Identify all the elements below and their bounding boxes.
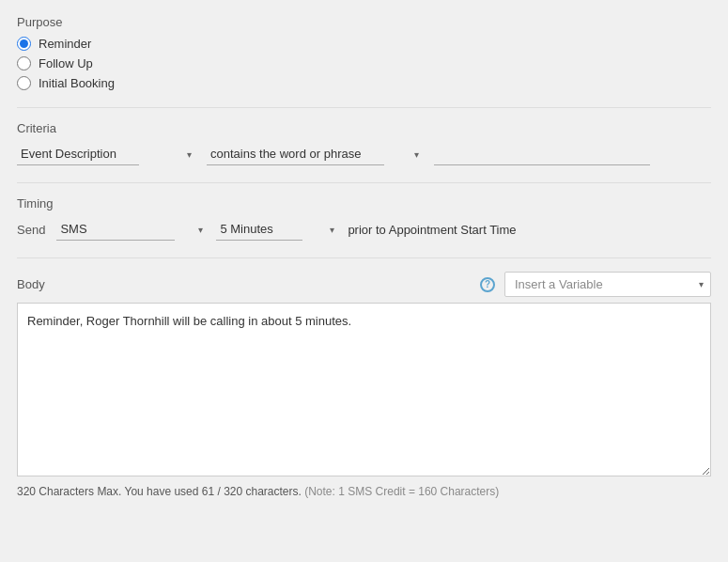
method-dropdown-wrapper: SMS Email Push Notification ▾ [56,218,207,241]
body-textarea[interactable] [17,303,711,476]
body-section: Body ? Insert a Variable Client Name App… [17,272,711,498]
insert-variable-select[interactable]: Insert a Variable Client Name Appointmen… [504,272,711,297]
event-description-dropdown-wrapper: Event Description Event Name Event Type … [17,143,195,165]
radio-followup[interactable] [17,56,31,70]
criteria-row: Event Description Event Name Event Type … [17,143,711,165]
method-chevron-icon: ▾ [198,225,203,235]
char-count-note: (Note: 1 SMS Credit = 160 Characters) [304,485,499,498]
purpose-label: Purpose [17,15,711,29]
timing-section: Timing Send SMS Email Push Notification … [17,196,711,241]
char-count: 320 Characters Max. You have used 61 / 3… [17,485,711,498]
duration-chevron-icon: ▾ [330,225,334,235]
help-icon[interactable]: ? [480,277,495,292]
duration-select[interactable]: 5 Minutes 10 Minutes 15 Minutes 30 Minut… [216,218,302,241]
divider-3 [17,258,711,258]
radio-item-followup[interactable]: Follow Up [17,56,711,70]
event-description-chevron-icon: ▾ [187,149,192,160]
divider-2 [17,182,711,183]
purpose-radio-group: Reminder Follow Up Initial Booking [17,37,711,90]
radio-followup-label: Follow Up [39,56,93,70]
radio-reminder[interactable] [17,37,31,51]
radio-initial-booking[interactable] [17,76,31,90]
body-label: Body [17,277,45,291]
radio-reminder-label: Reminder [39,37,91,51]
condition-chevron-icon: ▾ [414,149,419,160]
criteria-label: Criteria [17,121,711,135]
criteria-value-input[interactable]: Mobile [434,143,650,165]
body-header: Body ? Insert a Variable Client Name App… [17,272,711,297]
event-description-select[interactable]: Event Description Event Name Event Type [17,143,139,165]
send-label: Send [17,223,45,237]
radio-item-initial-booking[interactable]: Initial Booking [17,76,711,90]
help-icon-text: ? [485,279,490,289]
condition-select[interactable]: contains the word or phrase does not con… [207,143,384,165]
duration-dropdown-wrapper: 5 Minutes 10 Minutes 15 Minutes 30 Minut… [216,218,338,241]
timing-label: Timing [17,196,711,211]
char-count-text: 320 Characters Max. You have used 61 / 3… [17,485,302,498]
radio-item-reminder[interactable]: Reminder [17,37,711,51]
purpose-section: Purpose Reminder Follow Up Initial Booki… [17,15,711,90]
radio-initial-booking-label: Initial Booking [39,76,115,90]
condition-dropdown-wrapper: contains the word or phrase does not con… [207,143,423,165]
prior-text: prior to Appointment Start Time [348,223,516,237]
insert-variable-wrapper: Insert a Variable Client Name Appointmen… [504,272,711,297]
timing-row: Send SMS Email Push Notification ▾ 5 Min… [17,218,711,241]
method-select[interactable]: SMS Email Push Notification [56,218,175,241]
criteria-section: Criteria Event Description Event Name Ev… [17,121,711,165]
divider-1 [17,107,711,108]
